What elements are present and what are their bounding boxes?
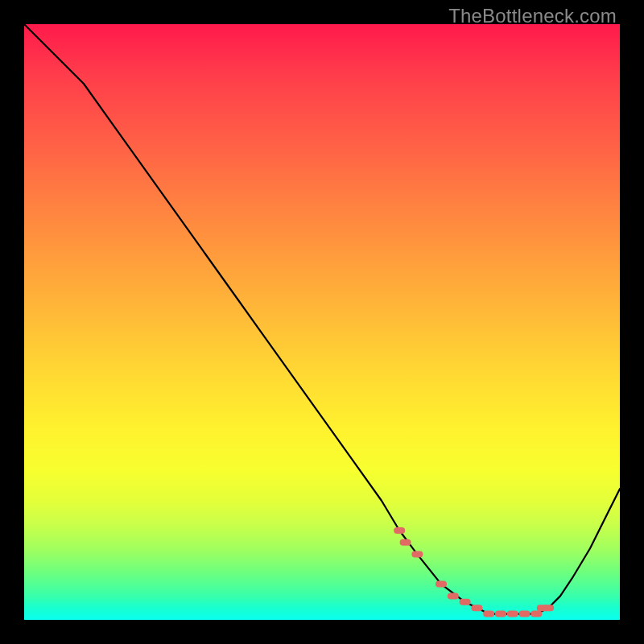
marker-point <box>400 539 411 546</box>
marker-point <box>507 611 518 617</box>
chart-frame: TheBottleneck.com <box>0 0 644 644</box>
marker-point <box>519 611 530 617</box>
marker-point <box>436 581 447 588</box>
highlight-markers <box>394 527 554 617</box>
marker-point <box>543 605 554 611</box>
marker-point <box>411 551 423 558</box>
marker-point <box>483 611 494 617</box>
marker-point <box>460 599 471 605</box>
marker-point <box>530 611 542 617</box>
marker-point <box>495 611 506 617</box>
marker-point <box>448 592 459 599</box>
bottleneck-curve <box>24 24 620 614</box>
chart-svg <box>24 24 620 620</box>
marker-point <box>394 527 405 534</box>
marker-point <box>471 605 482 611</box>
